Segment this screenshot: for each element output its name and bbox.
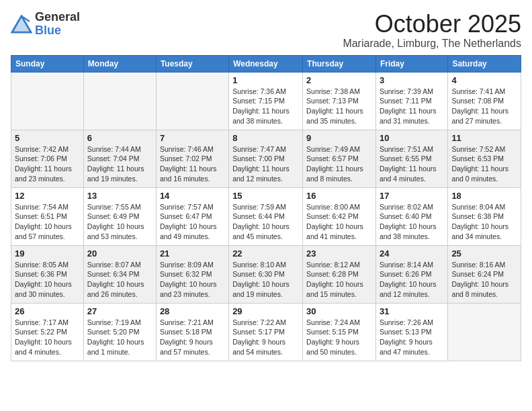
calendar-cell: 1Sunrise: 7:36 AMSunset: 7:15 PMDaylight… (229, 72, 303, 130)
day-info: Sunrise: 7:44 AMSunset: 7:04 PMDaylight:… (87, 144, 152, 184)
calendar-cell (156, 72, 228, 130)
weekday-header: Tuesday (156, 55, 228, 72)
calendar-cell: 20Sunrise: 8:07 AMSunset: 6:34 PMDayligh… (83, 245, 156, 303)
day-number: 19 (15, 248, 80, 259)
day-number: 20 (87, 248, 152, 259)
calendar-cell: 12Sunrise: 7:54 AMSunset: 6:51 PMDayligh… (11, 187, 84, 245)
calendar-cell: 3Sunrise: 7:39 AMSunset: 7:11 PMDaylight… (375, 72, 447, 130)
day-info: Sunrise: 7:54 AMSunset: 6:51 PMDaylight:… (15, 202, 80, 242)
day-number: 11 (451, 133, 517, 143)
calendar-week-row: 19Sunrise: 8:05 AMSunset: 6:36 PMDayligh… (11, 245, 521, 303)
day-info: Sunrise: 7:41 AMSunset: 7:08 PMDaylight:… (451, 87, 517, 126)
day-info: Sunrise: 7:59 AMSunset: 6:44 PMDaylight:… (232, 202, 299, 242)
logo-icon (11, 15, 32, 34)
day-number: 23 (306, 248, 372, 259)
day-info: Sunrise: 7:21 AMSunset: 5:18 PMDaylight:… (160, 318, 225, 357)
day-info: Sunrise: 7:17 AMSunset: 5:22 PMDaylight:… (15, 318, 80, 357)
day-info: Sunrise: 8:12 AMSunset: 6:28 PMDaylight:… (306, 260, 372, 300)
day-number: 24 (380, 248, 444, 259)
calendar-cell: 15Sunrise: 7:59 AMSunset: 6:44 PMDayligh… (229, 187, 303, 245)
day-info: Sunrise: 8:16 AMSunset: 6:24 PMDaylight:… (451, 260, 517, 300)
calendar-cell: 6Sunrise: 7:44 AMSunset: 7:04 PMDaylight… (83, 130, 156, 187)
day-info: Sunrise: 7:51 AMSunset: 6:55 PMDaylight:… (380, 144, 444, 184)
calendar-cell: 31Sunrise: 7:26 AMSunset: 5:13 PMDayligh… (375, 303, 447, 361)
day-number: 26 (15, 306, 80, 316)
day-info: Sunrise: 7:47 AMSunset: 7:00 PMDaylight:… (232, 144, 299, 184)
title-block: October 2025 Mariarade, Limburg, The Net… (343, 11, 521, 50)
day-number: 17 (380, 191, 444, 201)
day-number: 25 (451, 248, 517, 259)
calendar-cell: 22Sunrise: 8:10 AMSunset: 6:30 PMDayligh… (229, 245, 303, 303)
calendar-cell (11, 72, 84, 130)
calendar-week-row: 5Sunrise: 7:42 AMSunset: 7:06 PMDaylight… (11, 130, 521, 187)
calendar-week-row: 1Sunrise: 7:36 AMSunset: 7:15 PMDaylight… (11, 72, 521, 130)
calendar-cell: 14Sunrise: 7:57 AMSunset: 6:47 PMDayligh… (156, 187, 228, 245)
location-title: Mariarade, Limburg, The Netherlands (343, 38, 521, 50)
day-number: 27 (87, 306, 152, 316)
day-info: Sunrise: 7:52 AMSunset: 6:53 PMDaylight:… (451, 144, 517, 184)
day-info: Sunrise: 7:38 AMSunset: 7:13 PMDaylight:… (306, 87, 372, 126)
calendar-cell: 2Sunrise: 7:38 AMSunset: 7:13 PMDaylight… (303, 72, 376, 130)
day-info: Sunrise: 8:09 AMSunset: 6:32 PMDaylight:… (160, 260, 225, 300)
day-number: 13 (87, 191, 152, 201)
weekday-header: Thursday (303, 55, 376, 72)
calendar-cell (83, 72, 156, 130)
day-info: Sunrise: 7:57 AMSunset: 6:47 PMDaylight:… (160, 202, 225, 242)
day-number: 1 (232, 75, 299, 85)
page-header: General Blue October 2025 Mariarade, Lim… (11, 11, 521, 50)
month-title: October 2025 (343, 11, 521, 38)
calendar-cell: 11Sunrise: 7:52 AMSunset: 6:53 PMDayligh… (448, 130, 521, 187)
day-number: 6 (87, 133, 152, 143)
calendar-cell: 5Sunrise: 7:42 AMSunset: 7:06 PMDaylight… (11, 130, 84, 187)
day-number: 28 (160, 306, 225, 316)
weekday-header: Friday (375, 55, 447, 72)
day-info: Sunrise: 8:07 AMSunset: 6:34 PMDaylight:… (87, 260, 152, 300)
day-info: Sunrise: 8:00 AMSunset: 6:42 PMDaylight:… (306, 202, 372, 242)
day-number: 15 (232, 191, 299, 201)
calendar-cell: 30Sunrise: 7:24 AMSunset: 5:15 PMDayligh… (303, 303, 376, 361)
day-number: 7 (160, 133, 225, 143)
calendar-cell: 28Sunrise: 7:21 AMSunset: 5:18 PMDayligh… (156, 303, 228, 361)
calendar-cell: 25Sunrise: 8:16 AMSunset: 6:24 PMDayligh… (448, 245, 521, 303)
day-info: Sunrise: 7:46 AMSunset: 7:02 PMDaylight:… (160, 144, 225, 184)
calendar-week-row: 12Sunrise: 7:54 AMSunset: 6:51 PMDayligh… (11, 187, 521, 245)
logo-blue-text: Blue (35, 24, 80, 38)
calendar-cell: 13Sunrise: 7:55 AMSunset: 6:49 PMDayligh… (83, 187, 156, 245)
weekday-header: Sunday (11, 55, 84, 72)
day-number: 29 (232, 306, 299, 316)
calendar-cell: 29Sunrise: 7:22 AMSunset: 5:17 PMDayligh… (229, 303, 303, 361)
calendar-cell: 26Sunrise: 7:17 AMSunset: 5:22 PMDayligh… (11, 303, 84, 361)
calendar-cell: 24Sunrise: 8:14 AMSunset: 6:26 PMDayligh… (375, 245, 447, 303)
day-number: 10 (380, 133, 444, 143)
day-info: Sunrise: 7:49 AMSunset: 6:57 PMDaylight:… (306, 144, 372, 184)
day-number: 18 (451, 191, 517, 201)
day-info: Sunrise: 7:22 AMSunset: 5:17 PMDaylight:… (232, 318, 299, 357)
day-info: Sunrise: 8:04 AMSunset: 6:38 PMDaylight:… (451, 202, 517, 242)
day-number: 16 (306, 191, 372, 201)
day-number: 8 (232, 133, 299, 143)
calendar-cell: 17Sunrise: 8:02 AMSunset: 6:40 PMDayligh… (375, 187, 447, 245)
logo-general-text: General (35, 11, 80, 24)
calendar-week-row: 26Sunrise: 7:17 AMSunset: 5:22 PMDayligh… (11, 303, 521, 361)
day-info: Sunrise: 7:36 AMSunset: 7:15 PMDaylight:… (232, 87, 299, 126)
calendar-cell: 4Sunrise: 7:41 AMSunset: 7:08 PMDaylight… (448, 72, 521, 130)
calendar-header-row: SundayMondayTuesdayWednesdayThursdayFrid… (11, 55, 521, 72)
day-info: Sunrise: 7:39 AMSunset: 7:11 PMDaylight:… (380, 87, 444, 126)
day-number: 22 (232, 248, 299, 259)
calendar-cell: 7Sunrise: 7:46 AMSunset: 7:02 PMDaylight… (156, 130, 228, 187)
weekday-header: Wednesday (229, 55, 303, 72)
day-number: 5 (15, 133, 80, 143)
day-number: 12 (15, 191, 80, 201)
calendar-cell: 10Sunrise: 7:51 AMSunset: 6:55 PMDayligh… (375, 130, 447, 187)
day-info: Sunrise: 7:19 AMSunset: 5:20 PMDaylight:… (87, 318, 152, 357)
day-info: Sunrise: 8:02 AMSunset: 6:40 PMDaylight:… (380, 202, 444, 242)
calendar-cell: 16Sunrise: 8:00 AMSunset: 6:42 PMDayligh… (303, 187, 376, 245)
day-info: Sunrise: 7:42 AMSunset: 7:06 PMDaylight:… (15, 144, 80, 184)
day-number: 4 (451, 75, 517, 85)
weekday-header: Monday (83, 55, 156, 72)
calendar-cell: 23Sunrise: 8:12 AMSunset: 6:28 PMDayligh… (303, 245, 376, 303)
calendar-table: SundayMondayTuesdayWednesdayThursdayFrid… (11, 55, 521, 361)
calendar-cell: 21Sunrise: 8:09 AMSunset: 6:32 PMDayligh… (156, 245, 228, 303)
calendar-cell: 19Sunrise: 8:05 AMSunset: 6:36 PMDayligh… (11, 245, 84, 303)
day-info: Sunrise: 7:26 AMSunset: 5:13 PMDaylight:… (380, 318, 444, 357)
